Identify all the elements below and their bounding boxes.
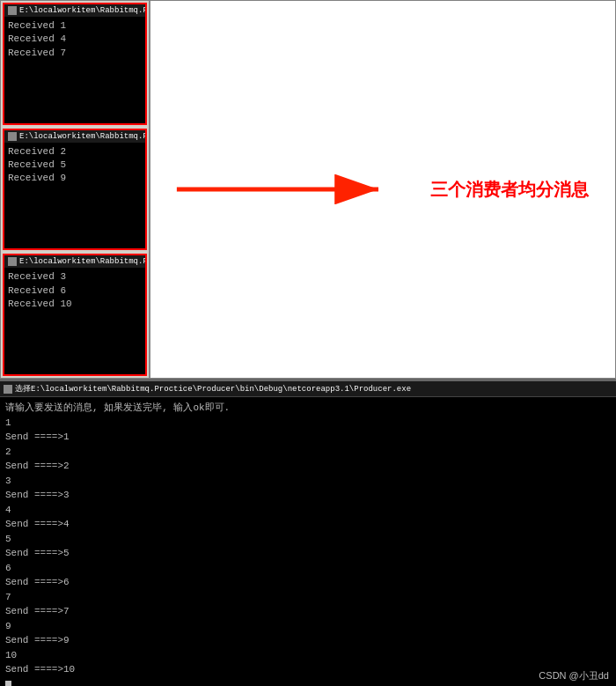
screen-container: E:\localworkitem\Rabbitmq.Proctice\Consu… [0, 0, 616, 686]
consumer-1-titlebar: E:\localworkitem\Rabbitmq.Proctice\Consu… [4, 4, 145, 17]
producer-line-4: Send ====>2 [5, 459, 611, 474]
top-section: E:\localworkitem\Rabbitmq.Proctice\Consu… [0, 0, 616, 379]
consumer-3-title: E:\localworkitem\Rabbitmq.Proctice\Consu… [19, 257, 145, 266]
producer-line-12: Send ====>6 [5, 575, 611, 590]
cursor-line [5, 677, 611, 687]
consumer-3-line-1: Received 3 [8, 270, 142, 284]
consumer-1-line-1: Received 1 [8, 19, 142, 33]
titlebar-icon-3 [8, 257, 17, 266]
consumer-2-titlebar: E:\localworkitem\Rabbitmq.Proctice\Consu… [4, 130, 145, 143]
watermark: CSDN @小丑dd [539, 668, 609, 683]
producer-line-0: 请输入要发送的消息, 如果发送完毕, 输入ok即可. [5, 401, 611, 416]
producer-line-9: 5 [5, 532, 611, 547]
producer-line-3: 2 [5, 445, 611, 460]
consumer-2-line-3: Received 9 [8, 172, 142, 185]
producer-line-2: Send ====>1 [5, 430, 611, 445]
consumer-window-3: E:\localworkitem\Rabbitmq.Proctice\Consu… [3, 254, 147, 376]
cursor [5, 681, 11, 686]
producer-line-11: 6 [5, 561, 611, 576]
annotation-area: 三个消费者均分消息 [150, 1, 615, 378]
annotation-text: 三个消费者均分消息 [430, 178, 589, 202]
consumer-1-body: Received 1 Received 4 Received 7 [4, 17, 145, 123]
consumer-3-line-2: Received 6 [8, 284, 142, 298]
consumer-2-line-2: Received 5 [8, 159, 142, 172]
consumer-1-line-3: Received 7 [8, 47, 142, 60]
titlebar-icon-2 [8, 132, 17, 141]
producer-line-14: Send ====>7 [5, 604, 611, 619]
producer-window: 选择E:\localworkitem\Rabbitmq.Proctice\Pro… [0, 379, 616, 686]
producer-line-6: Send ====>3 [5, 488, 611, 503]
producer-line-10: Send ====>5 [5, 546, 611, 561]
consumer-2-title: E:\localworkitem\Rabbitmq.Proctice\Consu… [19, 132, 145, 141]
producer-titlebar-icon [4, 385, 12, 394]
consumer-window-2: E:\localworkitem\Rabbitmq.Proctice\Consu… [3, 129, 147, 251]
consumer-1-line-2: Received 4 [8, 33, 142, 46]
consumer-1-title: E:\localworkitem\Rabbitmq.Proctice\Consu… [19, 6, 145, 15]
consumer-2-body: Received 2 Received 5 Received 9 [4, 143, 145, 249]
consumer-3-line-3: Received 10 [8, 298, 142, 311]
titlebar-icon-1 [8, 6, 17, 15]
producer-line-1: 1 [5, 416, 611, 431]
producer-line-8: Send ====>4 [5, 517, 611, 532]
producer-line-5: 3 [5, 474, 611, 489]
producer-line-17: 10 [5, 648, 611, 663]
producer-line-16: Send ====>9 [5, 633, 611, 648]
producer-title: 选择E:\localworkitem\Rabbitmq.Proctice\Pro… [15, 383, 411, 395]
consumer-windows: E:\localworkitem\Rabbitmq.Proctice\Consu… [1, 1, 150, 378]
consumer-3-body: Received 3 Received 6 Received 10 [4, 268, 145, 374]
producer-line-15: 9 [5, 619, 611, 634]
producer-line-7: 4 [5, 503, 611, 518]
producer-line-18: Send ====>10 [5, 662, 611, 677]
producer-titlebar: 选择E:\localworkitem\Rabbitmq.Proctice\Pro… [0, 381, 616, 397]
producer-line-13: 7 [5, 590, 611, 605]
producer-body: 请输入要发送的消息, 如果发送完毕, 输入ok即可. 1 Send ====>1… [0, 397, 616, 686]
consumer-window-1: E:\localworkitem\Rabbitmq.Proctice\Consu… [3, 3, 147, 125]
consumer-3-titlebar: E:\localworkitem\Rabbitmq.Proctice\Consu… [4, 255, 145, 268]
consumer-2-line-1: Received 2 [8, 145, 142, 159]
